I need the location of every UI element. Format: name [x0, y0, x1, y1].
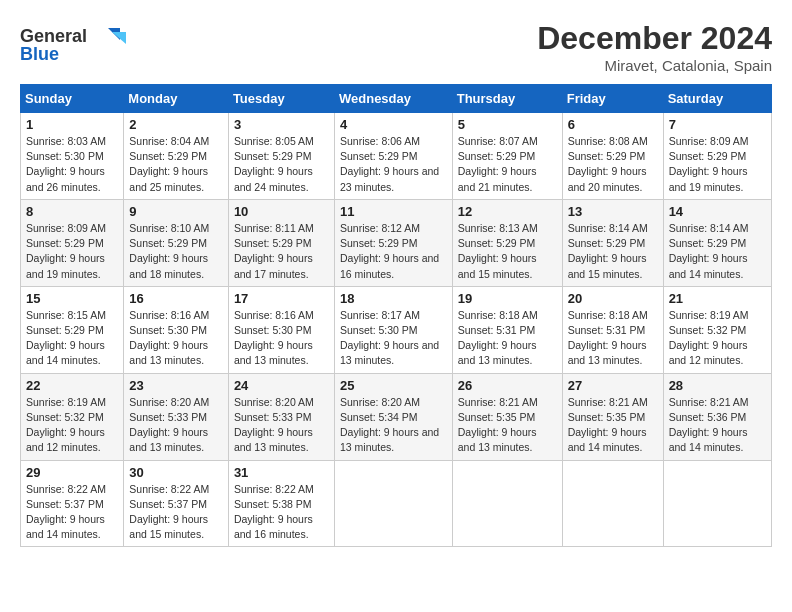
day-number: 5: [458, 117, 557, 132]
day-number: 23: [129, 378, 223, 393]
day-number: 9: [129, 204, 223, 219]
day-info: Sunrise: 8:22 AMSunset: 5:38 PMDaylight:…: [234, 483, 314, 541]
day-info: Sunrise: 8:20 AMSunset: 5:34 PMDaylight:…: [340, 396, 439, 454]
day-number: 2: [129, 117, 223, 132]
day-number: 1: [26, 117, 118, 132]
day-number: 4: [340, 117, 447, 132]
col-monday: Monday: [124, 85, 229, 113]
day-info: Sunrise: 8:12 AMSunset: 5:29 PMDaylight:…: [340, 222, 439, 280]
calendar-cell: 17 Sunrise: 8:16 AMSunset: 5:30 PMDaylig…: [228, 286, 334, 373]
calendar-cell: 29 Sunrise: 8:22 AMSunset: 5:37 PMDaylig…: [21, 460, 124, 547]
calendar-cell: 25 Sunrise: 8:20 AMSunset: 5:34 PMDaylig…: [334, 373, 452, 460]
calendar-cell: 11 Sunrise: 8:12 AMSunset: 5:29 PMDaylig…: [334, 199, 452, 286]
col-saturday: Saturday: [663, 85, 771, 113]
logo-text: General Blue: [20, 20, 130, 69]
day-number: 15: [26, 291, 118, 306]
calendar-cell: [663, 460, 771, 547]
day-number: 21: [669, 291, 766, 306]
col-friday: Friday: [562, 85, 663, 113]
day-info: Sunrise: 8:21 AMSunset: 5:35 PMDaylight:…: [458, 396, 538, 454]
calendar-cell: 4 Sunrise: 8:06 AMSunset: 5:29 PMDayligh…: [334, 113, 452, 200]
calendar-cell: 28 Sunrise: 8:21 AMSunset: 5:36 PMDaylig…: [663, 373, 771, 460]
calendar-cell: 6 Sunrise: 8:08 AMSunset: 5:29 PMDayligh…: [562, 113, 663, 200]
week-row-4: 22 Sunrise: 8:19 AMSunset: 5:32 PMDaylig…: [21, 373, 772, 460]
day-number: 19: [458, 291, 557, 306]
day-info: Sunrise: 8:09 AMSunset: 5:29 PMDaylight:…: [26, 222, 106, 280]
calendar-cell: 18 Sunrise: 8:17 AMSunset: 5:30 PMDaylig…: [334, 286, 452, 373]
day-info: Sunrise: 8:22 AMSunset: 5:37 PMDaylight:…: [26, 483, 106, 541]
calendar-cell: 19 Sunrise: 8:18 AMSunset: 5:31 PMDaylig…: [452, 286, 562, 373]
logo: General Blue: [20, 20, 130, 69]
day-info: Sunrise: 8:04 AMSunset: 5:29 PMDaylight:…: [129, 135, 209, 193]
day-info: Sunrise: 8:05 AMSunset: 5:29 PMDaylight:…: [234, 135, 314, 193]
calendar-cell: 14 Sunrise: 8:14 AMSunset: 5:29 PMDaylig…: [663, 199, 771, 286]
day-info: Sunrise: 8:13 AMSunset: 5:29 PMDaylight:…: [458, 222, 538, 280]
day-info: Sunrise: 8:07 AMSunset: 5:29 PMDaylight:…: [458, 135, 538, 193]
day-info: Sunrise: 8:21 AMSunset: 5:35 PMDaylight:…: [568, 396, 648, 454]
col-sunday: Sunday: [21, 85, 124, 113]
calendar-cell: 5 Sunrise: 8:07 AMSunset: 5:29 PMDayligh…: [452, 113, 562, 200]
calendar-cell: 13 Sunrise: 8:14 AMSunset: 5:29 PMDaylig…: [562, 199, 663, 286]
day-number: 14: [669, 204, 766, 219]
svg-marker-3: [112, 32, 126, 44]
day-number: 27: [568, 378, 658, 393]
calendar-cell: [334, 460, 452, 547]
calendar-cell: 31 Sunrise: 8:22 AMSunset: 5:38 PMDaylig…: [228, 460, 334, 547]
day-info: Sunrise: 8:18 AMSunset: 5:31 PMDaylight:…: [458, 309, 538, 367]
day-info: Sunrise: 8:19 AMSunset: 5:32 PMDaylight:…: [26, 396, 106, 454]
calendar-cell: 15 Sunrise: 8:15 AMSunset: 5:29 PMDaylig…: [21, 286, 124, 373]
day-info: Sunrise: 8:18 AMSunset: 5:31 PMDaylight:…: [568, 309, 648, 367]
calendar-cell: 26 Sunrise: 8:21 AMSunset: 5:35 PMDaylig…: [452, 373, 562, 460]
day-info: Sunrise: 8:20 AMSunset: 5:33 PMDaylight:…: [234, 396, 314, 454]
day-info: Sunrise: 8:20 AMSunset: 5:33 PMDaylight:…: [129, 396, 209, 454]
day-info: Sunrise: 8:16 AMSunset: 5:30 PMDaylight:…: [234, 309, 314, 367]
calendar-cell: 2 Sunrise: 8:04 AMSunset: 5:29 PMDayligh…: [124, 113, 229, 200]
calendar-cell: 20 Sunrise: 8:18 AMSunset: 5:31 PMDaylig…: [562, 286, 663, 373]
svg-text:General: General: [20, 26, 87, 46]
day-number: 29: [26, 465, 118, 480]
svg-text:Blue: Blue: [20, 44, 59, 64]
day-number: 24: [234, 378, 329, 393]
day-info: Sunrise: 8:08 AMSunset: 5:29 PMDaylight:…: [568, 135, 648, 193]
day-info: Sunrise: 8:21 AMSunset: 5:36 PMDaylight:…: [669, 396, 749, 454]
page-header: General Blue December 2024 Miravet, Cata…: [20, 20, 772, 74]
calendar-cell: 1 Sunrise: 8:03 AMSunset: 5:30 PMDayligh…: [21, 113, 124, 200]
day-number: 10: [234, 204, 329, 219]
calendar-cell: 8 Sunrise: 8:09 AMSunset: 5:29 PMDayligh…: [21, 199, 124, 286]
calendar-cell: 23 Sunrise: 8:20 AMSunset: 5:33 PMDaylig…: [124, 373, 229, 460]
day-info: Sunrise: 8:22 AMSunset: 5:37 PMDaylight:…: [129, 483, 209, 541]
calendar-cell: [562, 460, 663, 547]
day-info: Sunrise: 8:11 AMSunset: 5:29 PMDaylight:…: [234, 222, 314, 280]
calendar-table: Sunday Monday Tuesday Wednesday Thursday…: [20, 84, 772, 547]
calendar-cell: 10 Sunrise: 8:11 AMSunset: 5:29 PMDaylig…: [228, 199, 334, 286]
day-number: 20: [568, 291, 658, 306]
week-row-3: 15 Sunrise: 8:15 AMSunset: 5:29 PMDaylig…: [21, 286, 772, 373]
calendar-cell: 21 Sunrise: 8:19 AMSunset: 5:32 PMDaylig…: [663, 286, 771, 373]
week-row-5: 29 Sunrise: 8:22 AMSunset: 5:37 PMDaylig…: [21, 460, 772, 547]
calendar-cell: 16 Sunrise: 8:16 AMSunset: 5:30 PMDaylig…: [124, 286, 229, 373]
calendar-cell: 3 Sunrise: 8:05 AMSunset: 5:29 PMDayligh…: [228, 113, 334, 200]
calendar-cell: 27 Sunrise: 8:21 AMSunset: 5:35 PMDaylig…: [562, 373, 663, 460]
day-number: 22: [26, 378, 118, 393]
calendar-cell: 30 Sunrise: 8:22 AMSunset: 5:37 PMDaylig…: [124, 460, 229, 547]
col-thursday: Thursday: [452, 85, 562, 113]
calendar-cell: 22 Sunrise: 8:19 AMSunset: 5:32 PMDaylig…: [21, 373, 124, 460]
day-number: 8: [26, 204, 118, 219]
week-row-1: 1 Sunrise: 8:03 AMSunset: 5:30 PMDayligh…: [21, 113, 772, 200]
day-number: 16: [129, 291, 223, 306]
col-tuesday: Tuesday: [228, 85, 334, 113]
day-number: 12: [458, 204, 557, 219]
calendar-cell: 7 Sunrise: 8:09 AMSunset: 5:29 PMDayligh…: [663, 113, 771, 200]
day-number: 3: [234, 117, 329, 132]
month-title: December 2024: [537, 20, 772, 57]
day-number: 28: [669, 378, 766, 393]
day-number: 26: [458, 378, 557, 393]
day-info: Sunrise: 8:16 AMSunset: 5:30 PMDaylight:…: [129, 309, 209, 367]
day-info: Sunrise: 8:17 AMSunset: 5:30 PMDaylight:…: [340, 309, 439, 367]
calendar-cell: [452, 460, 562, 547]
col-wednesday: Wednesday: [334, 85, 452, 113]
day-info: Sunrise: 8:03 AMSunset: 5:30 PMDaylight:…: [26, 135, 106, 193]
day-info: Sunrise: 8:15 AMSunset: 5:29 PMDaylight:…: [26, 309, 106, 367]
day-number: 30: [129, 465, 223, 480]
day-info: Sunrise: 8:09 AMSunset: 5:29 PMDaylight:…: [669, 135, 749, 193]
